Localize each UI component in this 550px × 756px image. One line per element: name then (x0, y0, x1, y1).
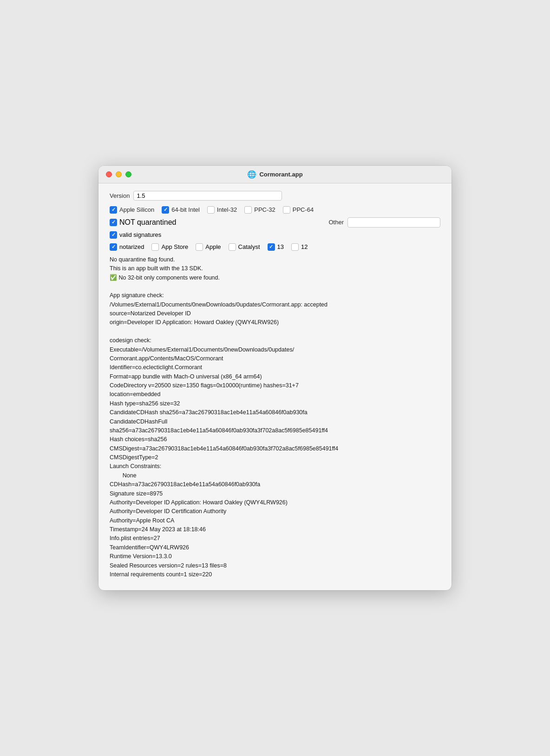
intel-32-checkbox-item[interactable]: Intel-32 (207, 206, 237, 214)
13-checkbox-item[interactable]: 13 (268, 243, 284, 251)
app-store-label: App Store (161, 243, 188, 250)
64bit-intel-checkbox-item[interactable]: 64-bit Intel (162, 206, 200, 214)
notarized-row: notarized App Store Apple Catalyst 13 12 (110, 243, 440, 251)
valid-signatures-checkbox-item[interactable]: valid signatures (110, 231, 161, 239)
valid-signatures-row: valid signatures (110, 231, 440, 239)
ppc-32-label: PPC-32 (254, 206, 275, 213)
ppc-64-label: PPC-64 (293, 206, 314, 213)
version-input[interactable] (133, 191, 282, 201)
intel-32-label: Intel-32 (217, 206, 237, 213)
other-label: Other (328, 219, 344, 226)
13-checkbox[interactable] (268, 243, 275, 251)
output-text: No quarantine flag found. This is an app… (110, 255, 440, 580)
not-quarantined-checkbox[interactable] (110, 219, 117, 226)
ppc-32-checkbox[interactable] (244, 206, 252, 214)
catalyst-label: Catalyst (238, 243, 260, 250)
valid-signatures-checkbox[interactable] (110, 231, 117, 239)
12-checkbox[interactable] (291, 243, 299, 251)
traffic-lights (106, 171, 131, 177)
apple-checkbox-item[interactable]: Apple (196, 243, 221, 251)
maximize-button[interactable] (125, 171, 131, 177)
content-area: Version Apple Silicon 64-bit Intel Intel… (98, 183, 452, 591)
64bit-intel-checkbox[interactable] (162, 206, 169, 214)
minimize-button[interactable] (116, 171, 122, 177)
window-title: 🌐 Cormorant.app (247, 170, 302, 179)
notarized-label: notarized (119, 243, 144, 250)
13-label: 13 (277, 243, 284, 250)
ppc-64-checkbox-item[interactable]: PPC-64 (283, 206, 314, 214)
apple-checkbox[interactable] (196, 243, 203, 251)
other-input[interactable] (347, 217, 440, 228)
version-row: Version (110, 191, 440, 201)
not-quarantined-label: NOT quarantined (119, 218, 176, 227)
close-button[interactable] (106, 171, 112, 177)
apple-silicon-label: Apple Silicon (119, 206, 154, 213)
ppc-32-checkbox-item[interactable]: PPC-32 (244, 206, 275, 214)
catalyst-checkbox[interactable] (229, 243, 236, 251)
intel-32-checkbox[interactable] (207, 206, 215, 214)
12-label: 12 (301, 243, 308, 250)
64bit-intel-label: 64-bit Intel (171, 206, 200, 213)
not-quarantined-checkbox-item[interactable]: NOT quarantined (110, 218, 176, 227)
quarantine-row: NOT quarantined Other (110, 217, 440, 228)
12-checkbox-item[interactable]: 12 (291, 243, 308, 251)
app-icon: 🌐 (247, 170, 256, 179)
version-label: Version (110, 192, 130, 199)
arch-checkboxes-row: Apple Silicon 64-bit Intel Intel-32 PPC-… (110, 206, 440, 214)
catalyst-checkbox-item[interactable]: Catalyst (229, 243, 260, 251)
notarized-checkbox-item[interactable]: notarized (110, 243, 144, 251)
ppc-64-checkbox[interactable] (283, 206, 290, 214)
apple-silicon-checkbox[interactable] (110, 206, 117, 214)
app-store-checkbox-item[interactable]: App Store (151, 243, 188, 251)
titlebar: 🌐 Cormorant.app (98, 166, 452, 183)
app-store-checkbox[interactable] (151, 243, 159, 251)
main-window: 🌐 Cormorant.app Version Apple Silicon 64… (98, 166, 452, 591)
notarized-checkbox[interactable] (110, 243, 117, 251)
valid-signatures-label: valid signatures (119, 231, 161, 238)
apple-label: Apple (205, 243, 221, 250)
apple-silicon-checkbox-item[interactable]: Apple Silicon (110, 206, 154, 214)
other-section: Other (328, 217, 440, 228)
